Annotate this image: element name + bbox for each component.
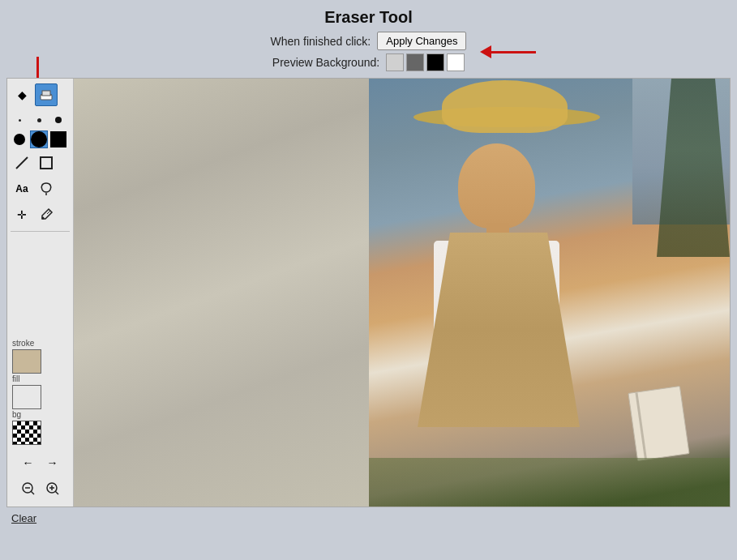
brush-sizes bbox=[11, 109, 70, 150]
move-tool-button[interactable]: ✛ bbox=[11, 203, 33, 226]
lasso-icon bbox=[39, 182, 54, 196]
bg-swatches bbox=[386, 53, 465, 71]
eyedropper-icon bbox=[39, 207, 54, 222]
rect-tool-button[interactable] bbox=[35, 152, 58, 174]
brush-sq[interactable] bbox=[49, 130, 67, 148]
eyedropper-tool-button[interactable] bbox=[35, 203, 58, 226]
hat-crown bbox=[442, 80, 568, 133]
eraser-tool-button[interactable] bbox=[35, 83, 58, 106]
bg-label: bg bbox=[12, 411, 21, 419]
pan-controls: ← → bbox=[11, 451, 70, 474]
tool-row-1: ◆ bbox=[11, 83, 70, 106]
stroke-label: stroke bbox=[12, 340, 34, 348]
swatch-white[interactable] bbox=[447, 53, 465, 71]
main-area: ◆ bbox=[6, 78, 731, 507]
svg-line-6 bbox=[47, 211, 50, 214]
fill-color-swatch[interactable] bbox=[12, 385, 41, 409]
preview-bg-label: Preview Background: bbox=[272, 56, 379, 69]
text-tool-button[interactable]: Aa bbox=[11, 177, 33, 200]
line-tool-button[interactable] bbox=[11, 152, 33, 174]
swatch-dark-gray[interactable] bbox=[406, 53, 424, 71]
clear-button[interactable]: Clear bbox=[8, 511, 40, 526]
diamond-tool-button[interactable]: ◆ bbox=[11, 83, 33, 106]
svg-rect-4 bbox=[41, 157, 52, 169]
nav-controls: ← → bbox=[11, 448, 70, 503]
zoom-out-icon bbox=[21, 481, 36, 496]
swatch-light-gray[interactable] bbox=[386, 53, 404, 71]
lasso-tool-button[interactable] bbox=[35, 177, 58, 200]
brush-sm[interactable] bbox=[30, 111, 48, 129]
book bbox=[628, 386, 689, 461]
brush-lg[interactable] bbox=[11, 130, 28, 148]
zoom-out-button[interactable] bbox=[17, 477, 40, 500]
brush-xl[interactable] bbox=[30, 130, 48, 148]
apply-changes-row: When finished click: Apply Changes bbox=[271, 32, 467, 50]
photo-right bbox=[369, 79, 730, 507]
brush-md[interactable] bbox=[49, 111, 67, 129]
canvas-area[interactable] bbox=[74, 79, 730, 507]
stroke-color-swatch[interactable] bbox=[12, 349, 41, 374]
person-head bbox=[458, 143, 535, 229]
fill-label: fill bbox=[12, 375, 19, 383]
photo-left bbox=[74, 79, 369, 507]
tool-row-2 bbox=[11, 152, 70, 174]
zoom-in-button[interactable] bbox=[41, 477, 64, 500]
svg-point-7 bbox=[42, 217, 45, 220]
line-icon bbox=[15, 156, 29, 170]
ground bbox=[369, 458, 730, 507]
toolbar: ◆ bbox=[7, 79, 74, 507]
pan-left-button[interactable]: ← bbox=[17, 451, 40, 474]
bg-color-swatch[interactable] bbox=[12, 421, 41, 445]
preview-bg-row: Preview Background: bbox=[272, 53, 465, 71]
pan-right-button[interactable]: → bbox=[41, 451, 64, 474]
svg-line-3 bbox=[16, 157, 28, 169]
tool-row-3: Aa bbox=[11, 177, 70, 200]
zoom-in-icon bbox=[45, 481, 60, 496]
color-section: stroke fill bg bbox=[11, 336, 70, 447]
svg-line-10 bbox=[31, 491, 34, 494]
when-finished-label: When finished click: bbox=[271, 35, 371, 48]
swatch-black[interactable] bbox=[426, 53, 444, 71]
rect-icon bbox=[39, 156, 54, 170]
svg-rect-2 bbox=[42, 91, 50, 96]
brush-xs[interactable] bbox=[11, 111, 28, 129]
eraser-icon bbox=[40, 88, 53, 101]
tool-row-4: ✛ bbox=[11, 203, 70, 226]
photo-composite bbox=[74, 79, 730, 507]
top-controls: When finished click: Apply Changes Previ… bbox=[0, 32, 737, 71]
apply-changes-button[interactable]: Apply Changes bbox=[377, 32, 466, 50]
svg-line-14 bbox=[55, 491, 58, 494]
zoom-controls bbox=[11, 477, 70, 500]
page-title: Eraser Tool bbox=[0, 0, 737, 32]
bottom-bar: Clear bbox=[0, 507, 737, 529]
